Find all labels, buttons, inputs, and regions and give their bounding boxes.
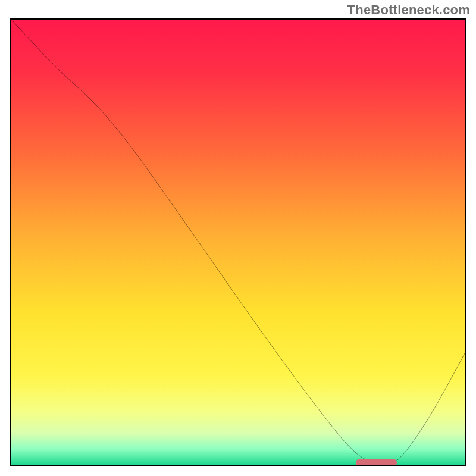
chart-svg	[11, 20, 465, 465]
chart-frame: TheBottleneck.com	[0, 0, 476, 476]
watermark-text: TheBottleneck.com	[347, 2, 470, 18]
optimal-range-marker	[356, 459, 397, 466]
plot-area	[10, 18, 466, 466]
gradient-background	[11, 20, 465, 465]
